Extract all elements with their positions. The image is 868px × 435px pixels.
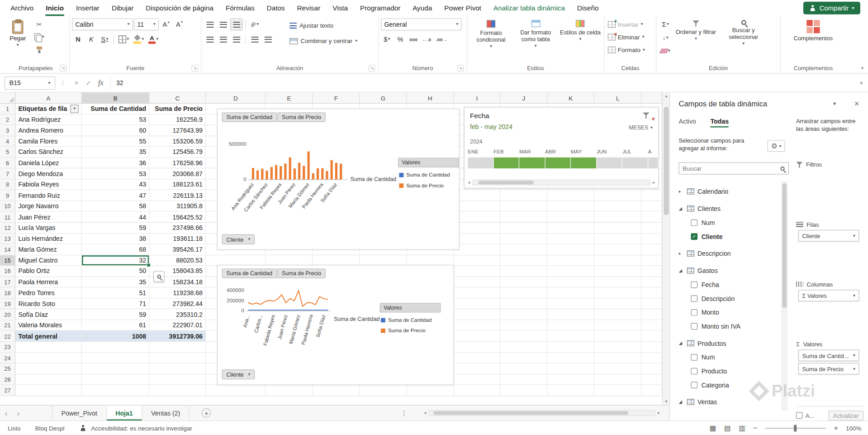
select-all-corner[interactable] [0, 92, 15, 103]
cell-L25[interactable] [594, 363, 641, 374]
cell-I14[interactable] [454, 244, 501, 255]
delete-cells-button[interactable]: Eliminar▾ [607, 31, 645, 43]
cell-B27[interactable] [82, 385, 149, 396]
field-checkbox-num[interactable] [691, 354, 697, 360]
decrease-indent-button[interactable] [249, 33, 261, 45]
column-header-G[interactable]: G [360, 92, 407, 103]
values-area-item-suma-de-cantid[interactable]: Suma de Cantid...▾ [798, 349, 859, 361]
zoom-slider-thumb[interactable] [794, 425, 797, 431]
timeline-cell-MAR[interactable] [519, 158, 545, 168]
cell-L17[interactable] [594, 277, 641, 288]
menu-tab-analizar-tabla-din-mica[interactable]: Analizar tabla dinámica [487, 0, 571, 16]
cell-I17[interactable] [454, 277, 501, 288]
cell-J24[interactable] [500, 353, 547, 363]
column-header-F[interactable]: F [313, 92, 360, 103]
cell-A23[interactable] [15, 342, 82, 353]
field-monto-sin-iva[interactable]: Monto sin IVA [679, 319, 780, 333]
row-header-9[interactable]: 9 [0, 190, 15, 201]
row-header-2[interactable]: 2 [0, 115, 15, 125]
cell-C11[interactable]: 156425.52 [149, 212, 206, 223]
cell-A18[interactable]: Pedro Torres [15, 288, 82, 299]
tab-options-icon[interactable]: ⋮ [401, 406, 408, 421]
row-header-14[interactable]: 14 [0, 244, 15, 255]
spreadsheet-grid[interactable]: ABCDEFGHIJKL 1Etiquetas de fila▾Suma de … [0, 92, 669, 405]
cell-L15[interactable] [594, 255, 641, 266]
field-checkbox-descripci-n[interactable] [691, 295, 697, 302]
cell-A16[interactable]: Pablo Ortiz [15, 266, 82, 277]
cell-L18[interactable] [594, 288, 641, 299]
sheet-tab-hoja1[interactable]: Hoja1 [107, 406, 142, 421]
row-header-8[interactable]: 8 [0, 179, 15, 190]
cell-A10[interactable]: Jorge Navarro [15, 201, 82, 212]
pivot-chart-line[interactable]: Suma de CantidadSuma de Precio4000002000… [217, 265, 454, 385]
timeline-cell-FEB[interactable] [493, 158, 519, 168]
paste-dropdown-icon[interactable]: ▾ [17, 43, 19, 47]
addins-button[interactable]: Complementos [792, 18, 835, 41]
format-as-table-button[interactable]: Dar formato como tabla▾ [514, 18, 557, 48]
cell-C7[interactable]: 203068.87 [149, 168, 206, 179]
cell-B6[interactable]: 36 [82, 158, 149, 168]
comma-style-button[interactable]: 000 [408, 33, 420, 45]
cell-L11[interactable] [594, 212, 641, 223]
cell-B2[interactable]: 53 [82, 115, 149, 125]
scroll-left-icon[interactable]: ◂ [465, 180, 472, 185]
fields-tree-scrollbar[interactable] [781, 181, 788, 411]
menu-tab-archivo[interactable]: Archivo [5, 0, 40, 16]
cell-C1[interactable]: Suma de Precio [149, 104, 206, 115]
cell-A12[interactable]: Lucía Vargas [15, 223, 82, 234]
cell-K17[interactable] [547, 277, 594, 288]
align-right-button[interactable] [230, 33, 242, 45]
timeline-cell-JUL[interactable] [622, 158, 648, 168]
rows-area-item-cliente[interactable]: Cliente▾ [798, 230, 859, 242]
columns-area-item-valores[interactable]: Σ Valores▾ [798, 290, 859, 301]
cell-I25[interactable] [454, 363, 501, 374]
sheet-tab-ventas-2[interactable]: Ventas (2) [142, 406, 190, 421]
italic-button[interactable]: K [85, 33, 97, 45]
field-group-productos[interactable]: ◢Productos [679, 336, 780, 350]
fields-tab-todas[interactable]: Todas [711, 118, 729, 128]
menu-tab-ayuda[interactable]: Ayuda [407, 0, 438, 16]
row-header-19[interactable]: 19 [0, 298, 15, 309]
cell-C19[interactable]: 273982.44 [149, 298, 206, 309]
row-header-13[interactable]: 13 [0, 234, 15, 244]
menu-tab-dibujar[interactable]: Dibujar [105, 0, 139, 16]
cell-L21[interactable] [594, 320, 641, 331]
cell-I9[interactable] [454, 190, 501, 201]
horizontal-scroll-thumb[interactable] [433, 411, 628, 415]
zoom-out-icon[interactable]: − [753, 424, 757, 432]
row-header-18[interactable]: 18 [0, 288, 15, 299]
cell-J20[interactable] [500, 309, 547, 320]
cell-B5[interactable]: 35 [82, 147, 149, 158]
cell-B24[interactable] [82, 353, 149, 363]
field-checkbox-producto[interactable] [691, 368, 697, 374]
cell-J21[interactable] [500, 320, 547, 331]
cell-K21[interactable] [547, 320, 594, 331]
cell-B8[interactable]: 43 [82, 179, 149, 190]
cell-K10[interactable] [547, 201, 594, 212]
cell-C24[interactable] [149, 353, 206, 363]
zoom-in-icon[interactable]: + [834, 424, 838, 432]
row-header-16[interactable]: 16 [0, 266, 15, 277]
cell-C6[interactable]: 176258.96 [149, 158, 206, 168]
pivot-chart-column[interactable]: Suma de CantidadSuma de Precio5000000Ana… [217, 109, 460, 250]
column-header-I[interactable]: I [454, 92, 501, 103]
row-header-22[interactable]: 22 [0, 331, 15, 342]
menu-tab-inicio[interactable]: Inicio [40, 0, 70, 16]
chart-axis-field-button[interactable]: Cliente▾ [222, 234, 255, 244]
fill-button[interactable]: ↓▾ [659, 32, 672, 44]
cell-C18[interactable]: 119238.68 [149, 288, 206, 299]
cell-A19[interactable]: Ricardo Soto [15, 298, 82, 309]
timeline-scroll-thumb[interactable] [478, 181, 533, 185]
name-box[interactable]: B15▾ [5, 76, 56, 89]
fill-color-button[interactable]: ▾ [132, 33, 146, 45]
cell-J16[interactable] [500, 266, 547, 277]
menu-tab-power-pivot[interactable]: Power Pivot [438, 0, 488, 16]
column-header-C[interactable]: C [149, 92, 206, 103]
cell-A22[interactable]: Total general [15, 331, 82, 342]
field-monto[interactable]: Monto [679, 305, 780, 319]
cell-styles-button[interactable]: Estilos de celda▾ [559, 18, 602, 41]
cell-B7[interactable]: 53 [82, 168, 149, 179]
cell-A5[interactable]: Carlos Sánchez [15, 147, 82, 158]
timeline-cell-ABR[interactable] [545, 158, 570, 168]
cell-K26[interactable] [547, 374, 594, 385]
